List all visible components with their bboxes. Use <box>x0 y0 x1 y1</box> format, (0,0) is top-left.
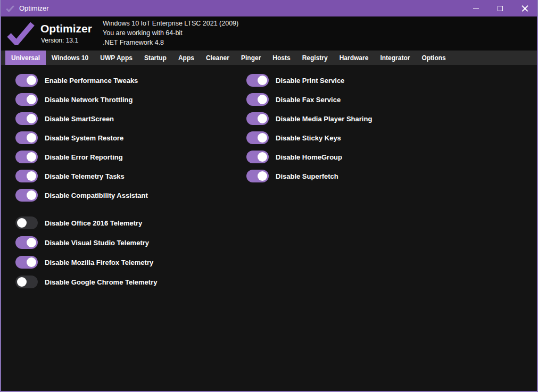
toggle-row: Disable Superfetch <box>246 170 372 182</box>
toggle-knob <box>27 190 36 200</box>
toggle-label: Disable System Restore <box>45 134 123 142</box>
toggle-label: Disable Google Chrome Telemetry <box>45 278 157 286</box>
toggle-disable-mozilla-firefox-telemetry[interactable] <box>15 256 38 269</box>
toggle-row: Disable System Restore <box>15 131 157 144</box>
toggle-disable-superfetch[interactable] <box>246 170 269 182</box>
toggle-disable-homegroup[interactable] <box>246 151 269 163</box>
toggle-label: Disable Telemetry Tasks <box>45 172 125 180</box>
tab-windows-10[interactable]: Windows 10 <box>46 51 94 65</box>
toggle-label: Disable Fax Service <box>276 96 341 104</box>
toggle-column-right: Disable Print Service Disable Fax Servic… <box>246 74 372 189</box>
toggle-label: Disable Media Player Sharing <box>276 115 372 123</box>
tab-bar: Universal Windows 10 UWP Apps Startup Ap… <box>1 51 537 65</box>
toggle-disable-print-service[interactable] <box>246 74 269 87</box>
toggle-knob <box>27 95 36 104</box>
title-bar: Optimizer <box>1 0 537 16</box>
close-button[interactable] <box>512 0 537 16</box>
tab-pinger[interactable]: Pinger <box>235 51 267 65</box>
toggle-knob <box>258 171 267 181</box>
toggle-disable-telemetry-tasks[interactable] <box>15 170 38 182</box>
tab-hardware[interactable]: Hardware <box>334 51 375 65</box>
toggle-label: Disable Sticky Keys <box>276 134 341 142</box>
toggle-row: Disable Compatibility Assistant <box>15 189 157 202</box>
toggle-label: Enable Performance Tweaks <box>45 77 138 85</box>
tab-hosts[interactable]: Hosts <box>267 51 296 65</box>
toggle-row: Disable SmartScreen <box>15 112 157 125</box>
toggle-disable-media-player-sharing[interactable] <box>246 112 269 125</box>
toggle-row: Disable Media Player Sharing <box>246 112 372 125</box>
toggle-disable-fax-service[interactable] <box>246 93 269 106</box>
universal-tab-content: Enable Performance Tweaks Disable Networ… <box>1 65 537 391</box>
toggle-disable-compatibility-assistant[interactable] <box>15 189 38 202</box>
toggle-knob <box>27 76 36 85</box>
system-info-line: You are working with 64-bit <box>103 28 238 38</box>
tab-apps[interactable]: Apps <box>172 51 200 65</box>
tab-startup[interactable]: Startup <box>138 51 172 65</box>
toggle-row: Enable Performance Tweaks <box>15 74 157 87</box>
toggle-disable-smartscreen[interactable] <box>15 112 38 125</box>
app-name: Optimizer <box>40 22 92 35</box>
system-info-line: Windows 10 IoT Enterprise LTSC 2021 (200… <box>103 19 238 28</box>
minimize-icon <box>473 8 479 9</box>
toggle-column-left: Enable Performance Tweaks Disable Networ… <box>15 74 157 295</box>
toggle-knob <box>27 257 36 267</box>
toggle-row: Disable Fax Service <box>246 93 372 106</box>
toggle-knob <box>27 238 36 247</box>
toggle-row: Disable Mozilla Firefox Telemetry <box>15 256 157 269</box>
toggle-label: Disable Compatibility Assistant <box>45 191 148 199</box>
tab-uwp-apps[interactable]: UWP Apps <box>94 51 138 65</box>
toggle-label: Disable Superfetch <box>276 172 338 180</box>
window-controls <box>463 0 537 16</box>
toggle-label: Disable Error Reporting <box>45 153 123 161</box>
toggle-enable-performance-tweaks[interactable] <box>15 74 38 87</box>
app-version: Version: 13.1 <box>41 37 78 44</box>
toggle-disable-google-chrome-telemetry[interactable] <box>15 276 38 288</box>
toggle-row: Disable Network Throttling <box>15 93 157 106</box>
toggle-disable-error-reporting[interactable] <box>15 151 38 163</box>
telemetry-app-group: Disable Office 2016 Telemetry Disable Vi… <box>15 216 157 288</box>
minimize-button[interactable] <box>463 0 488 16</box>
toggle-knob <box>17 277 27 287</box>
toggle-disable-visual-studio-telemetry[interactable] <box>15 236 38 249</box>
toggle-label: Disable HomeGroup <box>276 153 342 161</box>
toggle-disable-network-throttling[interactable] <box>15 93 38 106</box>
system-info-line: .NET Framework 4.8 <box>103 38 238 47</box>
tab-integrator[interactable]: Integrator <box>374 51 416 65</box>
toggle-knob <box>27 152 36 162</box>
app-check-icon <box>6 5 14 12</box>
window-title: Optimizer <box>19 4 49 12</box>
app-header: Optimizer Version: 13.1 Windows 10 IoT E… <box>1 16 537 51</box>
toggle-row: Disable Print Service <box>246 74 372 87</box>
toggle-label: Disable Mozilla Firefox Telemetry <box>45 258 153 266</box>
toggle-row: Disable Google Chrome Telemetry <box>15 276 157 288</box>
toggle-row: Disable Sticky Keys <box>246 131 372 144</box>
toggle-knob <box>27 114 36 123</box>
toggle-knob <box>258 76 267 85</box>
toggle-disable-office-2016-telemetry[interactable] <box>15 216 38 229</box>
toggle-row: Disable Error Reporting <box>15 151 157 163</box>
toggle-knob <box>27 133 36 143</box>
toggle-knob <box>258 114 267 123</box>
toggle-label: Disable SmartScreen <box>45 115 114 123</box>
toggle-label: Disable Visual Studio Telemetry <box>45 239 149 247</box>
tab-options[interactable]: Options <box>416 51 451 65</box>
tab-registry[interactable]: Registry <box>296 51 334 65</box>
toggle-knob <box>27 171 36 181</box>
toggle-disable-system-restore[interactable] <box>15 131 38 144</box>
tab-cleaner[interactable]: Cleaner <box>200 51 235 65</box>
app-window: Optimizer Optimizer Version: 13.1 <box>0 0 538 392</box>
toggle-row: Disable HomeGroup <box>246 151 372 163</box>
toggle-knob <box>258 95 267 104</box>
toggle-label: Disable Network Throttling <box>45 96 133 104</box>
toggle-row: Disable Visual Studio Telemetry <box>15 236 157 249</box>
tab-universal[interactable]: Universal <box>5 51 46 65</box>
toggle-disable-sticky-keys[interactable] <box>246 131 269 144</box>
toggle-row: Disable Office 2016 Telemetry <box>15 216 157 229</box>
toggle-label: Disable Print Service <box>276 77 344 85</box>
toggle-knob <box>258 152 267 162</box>
toggle-knob <box>258 133 267 143</box>
toggle-row: Disable Telemetry Tasks <box>15 170 157 182</box>
check-logo-icon <box>6 22 35 47</box>
maximize-button[interactable] <box>488 0 512 16</box>
toggle-knob <box>17 218 27 228</box>
